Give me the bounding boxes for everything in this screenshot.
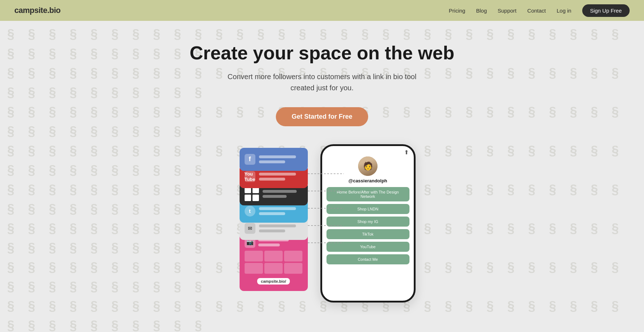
nav-signup-button[interactable]: Sign Up Free [582,4,630,17]
hero-title: Create your space on the web [190,42,454,64]
hero-subtitle: Convert more followers into customers wi… [190,71,454,94]
bar [259,155,296,158]
card-bars [259,207,303,215]
nav-pricing[interactable]: Pricing [449,8,465,14]
twitter-icon: t [245,206,255,217]
youtube-icon: YouTube [245,171,255,182]
nav-support[interactable]: Support [498,8,517,14]
bar [259,207,296,210]
qr-icon [245,187,259,201]
email-icon: ✉ [245,223,255,234]
avatar-image: 🧑 [358,156,377,176]
bar [259,160,285,163]
card-facebook: f [240,148,308,171]
facebook-icon: f [245,154,255,165]
profile-username: @cassierandolph [348,178,387,183]
profile-avatar: 🧑 [358,156,377,176]
nav-blog[interactable]: Blog [476,8,487,14]
connector-lines [308,159,344,270]
card-bars [263,190,303,198]
share-icon: ⬆ [404,149,409,156]
nav-login[interactable]: Log in [557,8,571,14]
card-bars [259,155,303,163]
bar [259,229,285,232]
url-badge: campsite.bio/ [257,278,289,285]
navbar: campsite.bio Pricing Blog Support Contac… [0,0,644,21]
nav-contact[interactable]: Contact [527,8,546,14]
ig-grid [245,251,303,274]
card-bars [259,173,303,181]
bar [259,173,296,176]
hero-cta-button[interactable]: Get Started for Free [276,107,368,126]
mockup-area: f YouTube t [218,144,426,310]
nav-links: Pricing Blog Support Contact Log in Sign… [449,4,630,17]
bar [259,178,285,181]
bar [259,212,285,215]
card-bars [259,224,303,232]
bar [259,224,296,227]
bar [263,190,297,193]
logo[interactable]: campsite.bio [14,6,60,15]
phone-top-bar: ⬆ [322,146,414,156]
hero-content: Create your space on the web Convert mor… [190,21,454,144]
bar [258,244,280,246]
hero-section: § § § § § § § § § § § § § § § § § § § § … [0,21,644,332]
bar [263,195,287,198]
card-instagram: 📷 campsite.bio/ [240,233,308,291]
